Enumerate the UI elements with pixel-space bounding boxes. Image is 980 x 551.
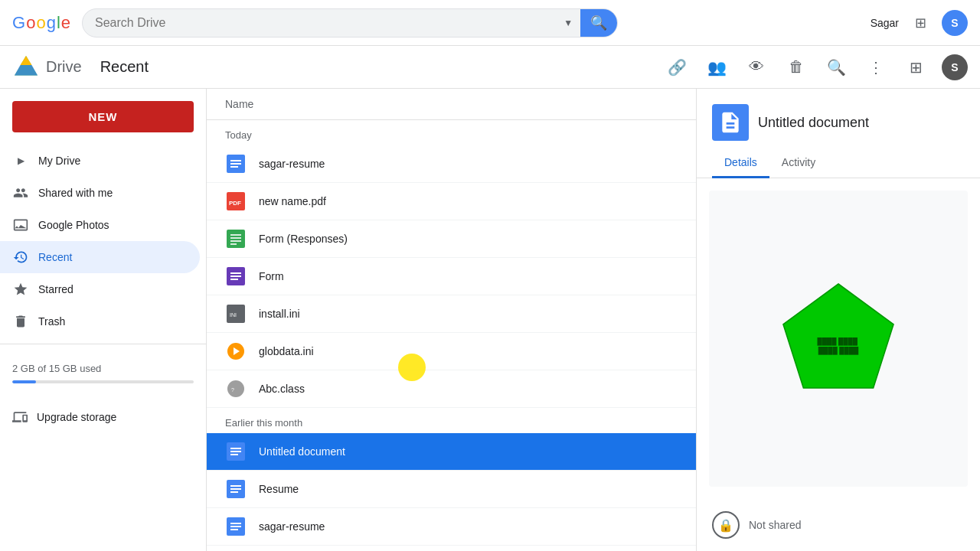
sidebar-item-starred[interactable]: Starred bbox=[0, 273, 200, 305]
sidebar: NEW ▶ My Drive Shared with me Google Pho… bbox=[0, 89, 207, 551]
svg-rect-33 bbox=[230, 491, 238, 493]
svg-rect-6 bbox=[230, 160, 241, 161]
form-icon bbox=[225, 266, 247, 287]
google-logo: Google bbox=[12, 13, 70, 33]
search-icon[interactable]: 🔍 bbox=[822, 54, 850, 81]
section-earlier-label: Earlier this month bbox=[207, 408, 696, 433]
tab-details[interactable]: Details bbox=[712, 148, 769, 178]
view-grid-icon[interactable]: ⊞ bbox=[902, 54, 929, 81]
get-link-icon[interactable]: 🔗 bbox=[663, 54, 691, 81]
more-options-icon[interactable]: ⋮ bbox=[862, 54, 890, 81]
photos-icon bbox=[12, 217, 29, 233]
svg-rect-19 bbox=[230, 279, 238, 280]
sheets-icon bbox=[225, 228, 247, 249]
detail-preview: ████ ████ ████ ████ bbox=[709, 191, 968, 487]
file-row[interactable]: globdata.ini bbox=[207, 333, 696, 370]
file-row[interactable]: sagar-resume bbox=[207, 508, 696, 546]
top-bar-right: Sagar ⊞ S bbox=[871, 10, 968, 36]
detail-title: Untitled document bbox=[758, 115, 869, 131]
detail-title-row: Untitled document bbox=[697, 89, 980, 148]
svg-point-24 bbox=[227, 380, 244, 397]
file-row[interactable]: Resume bbox=[207, 471, 696, 508]
file-list-panel: Name Today sagar-resume PDF new name.pdf… bbox=[207, 89, 697, 551]
drive-icon bbox=[12, 54, 40, 81]
svg-text:?: ? bbox=[231, 387, 234, 393]
sidebar-item-photos-label: Google Photos bbox=[38, 219, 109, 231]
my-drive-icon: ▶ bbox=[12, 152, 29, 169]
share-icon[interactable]: 👥 bbox=[703, 54, 730, 81]
sidebar-item-recent[interactable]: Recent bbox=[0, 241, 200, 273]
svg-marker-38 bbox=[783, 284, 893, 388]
svg-rect-32 bbox=[230, 488, 241, 490]
section-today-label: Today bbox=[207, 120, 696, 145]
svg-rect-28 bbox=[230, 451, 241, 452]
svg-rect-18 bbox=[230, 276, 241, 277]
detail-tabs: Details Activity bbox=[697, 148, 980, 178]
file-row-selected[interactable]: Untitled document bbox=[207, 433, 696, 471]
pentagon-preview: ████ ████ ████ ████ bbox=[777, 278, 900, 400]
file-name: globdata.ini bbox=[259, 345, 678, 357]
storage-bar bbox=[12, 380, 194, 383]
starred-icon bbox=[12, 281, 29, 298]
delete-icon[interactable]: 🗑 bbox=[782, 54, 810, 81]
file-name: Abc.class bbox=[259, 383, 678, 395]
sidebar-item-trash[interactable]: Trash bbox=[0, 305, 200, 337]
search-bar: ▼ 🔍 bbox=[82, 8, 618, 37]
sidebar-item-starred-label: Starred bbox=[38, 283, 74, 295]
svg-rect-37 bbox=[230, 529, 238, 530]
search-input[interactable] bbox=[83, 16, 556, 30]
svg-marker-2 bbox=[21, 56, 32, 65]
shared-icon bbox=[12, 184, 29, 201]
username-label: Sagar bbox=[871, 17, 899, 29]
svg-rect-31 bbox=[230, 485, 241, 487]
sidebar-item-trash-label: Trash bbox=[38, 315, 65, 328]
svg-rect-27 bbox=[230, 448, 241, 449]
file-row[interactable]: PDF new name.pdf bbox=[207, 183, 696, 220]
search-button[interactable]: 🔍 bbox=[580, 8, 617, 37]
apps-grid-icon[interactable]: ⊞ bbox=[908, 11, 933, 35]
storage-bar-fill bbox=[12, 380, 36, 383]
sidebar-item-photos[interactable]: Google Photos bbox=[0, 209, 200, 241]
file-name: Form (Responses) bbox=[259, 233, 678, 245]
doc-icon bbox=[225, 478, 247, 500]
svg-rect-7 bbox=[230, 163, 241, 165]
avatar[interactable]: S bbox=[942, 10, 968, 36]
recent-icon bbox=[12, 249, 29, 266]
preview-icon[interactable]: 👁 bbox=[743, 54, 770, 81]
sidebar-item-shared[interactable]: Shared with me bbox=[0, 177, 200, 209]
doc-icon bbox=[225, 516, 247, 537]
file-row[interactable]: ? Abc.class bbox=[207, 370, 696, 408]
ini-file-icon: INI bbox=[225, 303, 247, 324]
file-row[interactable]: Form bbox=[207, 258, 696, 295]
class-file-icon: ? bbox=[225, 378, 247, 399]
storage-text: 2 GB of 15 GB used bbox=[12, 363, 101, 374]
file-name: new name.pdf bbox=[259, 195, 678, 207]
file-row[interactable]: sagar-resume bbox=[207, 145, 696, 183]
lock-icon: 🔒 bbox=[712, 511, 740, 539]
sidebar-item-my-drive[interactable]: ▶ My Drive bbox=[0, 145, 200, 177]
tab-activity[interactable]: Activity bbox=[769, 148, 828, 178]
drive-logo: Drive bbox=[12, 54, 82, 81]
file-name: Form bbox=[259, 270, 678, 282]
svg-rect-13 bbox=[230, 237, 241, 239]
file-name: install.ini bbox=[259, 308, 678, 320]
svg-text:INI: INI bbox=[230, 312, 237, 318]
search-dropdown-arrow[interactable]: ▼ bbox=[556, 18, 580, 28]
upgrade-storage-label: Upgrade storage bbox=[37, 411, 116, 423]
file-row[interactable]: Form (Responses) bbox=[207, 220, 696, 258]
drive-header: Drive Recent 🔗 👥 👁 🗑 🔍 ⋮ ⊞ S bbox=[0, 46, 980, 89]
file-row[interactable]: INI install.ini bbox=[207, 295, 696, 333]
svg-rect-17 bbox=[230, 272, 241, 274]
file-name: sagar-resume bbox=[259, 520, 678, 533]
detail-share-status: 🔒 Not shared bbox=[697, 499, 980, 551]
new-button[interactable]: NEW bbox=[12, 101, 194, 132]
svg-rect-29 bbox=[230, 454, 238, 455]
detail-panel: Untitled document Details Activity ████ … bbox=[697, 89, 980, 551]
detail-doc-icon bbox=[712, 104, 749, 141]
top-bar: Google ▼ 🔍 Sagar ⊞ S bbox=[0, 0, 980, 46]
doc-icon bbox=[225, 441, 247, 462]
share-status-text: Not shared bbox=[749, 519, 801, 531]
header-avatar[interactable]: S bbox=[942, 54, 968, 80]
upgrade-storage-button[interactable]: Upgrade storage bbox=[0, 402, 206, 432]
pdf-icon: PDF bbox=[225, 191, 247, 212]
